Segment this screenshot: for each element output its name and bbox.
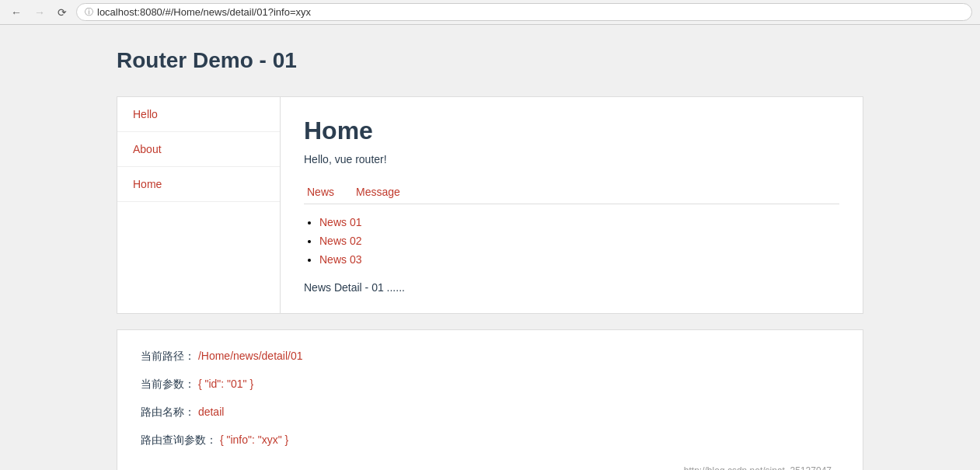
news-01-link[interactable]: News 01	[319, 216, 361, 228]
news-03-link[interactable]: News 03	[319, 253, 361, 266]
route-name-label: 路由名称：	[141, 406, 195, 418]
tab-message[interactable]: Message	[353, 181, 403, 204]
news-list: News 01 News 02 News 03	[304, 216, 839, 266]
sidebar-item-about[interactable]: About	[117, 132, 280, 167]
security-icon: ⓘ	[85, 6, 93, 18]
sidebar-item-home[interactable]: Home	[117, 167, 280, 202]
browser-toolbar: ← → ⟳ ⓘ localhost:8080/#/Home/news/detai…	[0, 0, 980, 25]
forward-button[interactable]: →	[31, 5, 48, 20]
list-item: News 02	[319, 235, 839, 247]
tabs-bar: News Message	[304, 181, 839, 204]
watermark: http://blog.csdn.net/sinat_25127047	[141, 461, 839, 470]
debug-panel: 当前路径： /Home/news/detail/01 当前参数： { "id":…	[117, 329, 863, 470]
sidebar-item-hello[interactable]: Hello	[117, 97, 280, 132]
home-subtitle: Hello, vue router!	[304, 153, 839, 165]
current-path-value: /Home/news/detail/01	[198, 350, 303, 362]
current-path-label: 当前路径：	[141, 350, 195, 362]
query-params-row: 路由查询参数： { "info": "xyx" }	[141, 433, 839, 447]
news-02-link[interactable]: News 02	[319, 235, 361, 247]
refresh-button[interactable]: ⟳	[54, 5, 70, 20]
main-layout: Hello About Home Home Hello, vue router!…	[117, 96, 863, 314]
app-title: Router Demo - 01	[117, 48, 863, 73]
url-text: localhost:8080/#/Home/news/detail/01?inf…	[97, 6, 311, 18]
current-params-value: { "id": "01" }	[198, 378, 253, 390]
sidebar: Hello About Home	[117, 97, 281, 313]
current-params-row: 当前参数： { "id": "01" }	[141, 378, 839, 392]
address-bar[interactable]: ⓘ localhost:8080/#/Home/news/detail/01?i…	[76, 3, 972, 21]
home-heading: Home	[304, 117, 839, 145]
route-name-value: detail	[198, 406, 224, 418]
back-button[interactable]: ←	[8, 5, 25, 20]
page-content: Router Demo - 01 Hello About Home Home H…	[0, 25, 980, 470]
list-item: News 01	[319, 216, 839, 228]
query-params-label: 路由查询参数：	[141, 433, 217, 446]
current-params-label: 当前参数：	[141, 378, 195, 390]
current-path-row: 当前路径： /Home/news/detail/01	[141, 350, 839, 364]
list-item: News 03	[319, 253, 839, 266]
query-params-value: { "info": "xyx" }	[220, 433, 288, 446]
main-content-area: Home Hello, vue router! News Message New…	[281, 97, 863, 313]
route-name-row: 路由名称： detail	[141, 406, 839, 420]
news-detail: News Detail - 01 ......	[304, 281, 839, 294]
tab-news[interactable]: News	[304, 181, 337, 204]
